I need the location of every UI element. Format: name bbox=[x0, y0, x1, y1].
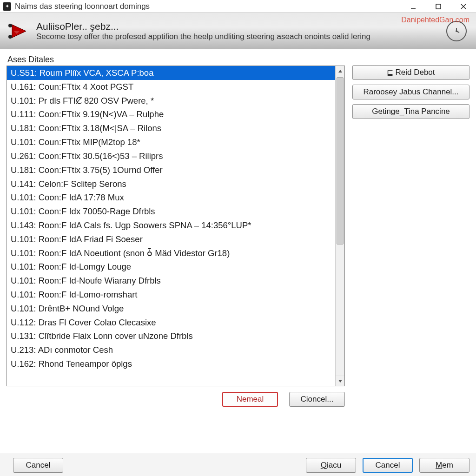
list-item[interactable]: U.101: Roon:F IdA Friad Fi Soeser bbox=[7, 232, 335, 246]
list-item[interactable]: U.161: Coun:FTtix 4 Xoot PGST bbox=[7, 80, 335, 94]
banner-title: AuliisoPler.. şebz... bbox=[36, 21, 441, 32]
svg-point-4 bbox=[8, 24, 12, 27]
mem-label: Mem bbox=[436, 461, 453, 470]
scroll-thumb[interactable] bbox=[337, 77, 344, 245]
play-icon bbox=[6, 20, 28, 42]
svg-point-10 bbox=[456, 30, 457, 32]
list-item[interactable]: U.141: Celon:F Sclitep Serons bbox=[7, 177, 335, 191]
cancel-right-button[interactable]: Cancel bbox=[363, 458, 413, 473]
list-item[interactable]: U.112: Dras Fl Cover Colao Clecasixe bbox=[7, 316, 335, 330]
list-item[interactable]: U.101: Pr dls FTIȻ 820 OSV Pwere, * bbox=[7, 94, 335, 108]
app-icon: ✦ bbox=[3, 2, 11, 11]
list-item[interactable]: U.213: ADı conmotor Cesh bbox=[7, 343, 335, 357]
svg-marker-12 bbox=[338, 380, 342, 383]
scroll-down-arrow[interactable] bbox=[336, 376, 344, 386]
list-item[interactable]: U.101: Roon:F Id-Lomgy Louge bbox=[7, 260, 335, 274]
right-column: ⊑ Reid Debot Raroosey Jabus Channel... G… bbox=[352, 55, 469, 407]
mnemonic-prefix: ⊑ bbox=[387, 68, 393, 78]
list-item[interactable]: U.181: Coon:FTtix 3.75(5) 1Ournd Offer bbox=[7, 163, 335, 177]
list-item[interactable]: U.111: Coon:FTtix 9.19(N<)VA – Rulphe bbox=[7, 107, 335, 121]
list-item[interactable]: U.101: Roon:F Id-Noufe Wiarany Dfrbls bbox=[7, 274, 335, 288]
oiacu-button[interactable]: Qiacu bbox=[306, 458, 356, 473]
raroosey-jabus-button[interactable]: Raroosey Jabus Channel... bbox=[352, 85, 469, 99]
list-container: U.S51: Roum Pliîx VCA, XSCA P:boaU.161: … bbox=[7, 66, 345, 386]
listbox[interactable]: U.S51: Roum Pliîx VCA, XSCA P:boaU.161: … bbox=[7, 66, 335, 386]
panel-label: Ases Ditales bbox=[7, 55, 345, 65]
cioncel-button[interactable]: Cioncel... bbox=[289, 392, 345, 407]
titlebar: ✦ Naims das steering loonnoart domings bbox=[0, 0, 476, 13]
svg-marker-11 bbox=[338, 70, 342, 73]
list-item[interactable]: U.143: Roon:F IdA Cals fs. Ugp Soowers S… bbox=[7, 218, 335, 232]
nemeal-button[interactable]: Nemeal bbox=[222, 392, 278, 407]
scrollbar[interactable] bbox=[335, 66, 344, 386]
body-area: Ases Ditales U.S51: Roum Pliîx VCA, XSCA… bbox=[0, 49, 476, 407]
header-banner: AuliisoPler.. şebz... Secome tosy offer … bbox=[0, 13, 476, 49]
scroll-up-arrow[interactable] bbox=[336, 66, 344, 76]
list-item[interactable]: U.261: Coon:FTtix 30.5(16<)53 – Riliprs bbox=[7, 149, 335, 163]
minimize-button[interactable] bbox=[401, 0, 426, 13]
list-item[interactable]: U.101: Roon:F Id-Lomo-romshart bbox=[7, 288, 335, 302]
cancel-left-label: Cancel bbox=[26, 461, 51, 470]
list-item[interactable]: U.101: Coon:F IdA 17:78 Mux bbox=[7, 191, 335, 205]
svg-rect-1 bbox=[436, 4, 441, 9]
cancel-right-label: Cancel bbox=[376, 461, 400, 470]
maximize-button[interactable] bbox=[426, 0, 451, 13]
list-item[interactable]: U.101: DrêntB+ NOund Volge bbox=[7, 302, 335, 316]
list-item[interactable]: U.101: Roon:F IdA Noeutiont (snon ȱ Mäd … bbox=[7, 246, 335, 260]
bottom-bar: Cancel Qiacu Cancel Mem bbox=[0, 454, 476, 476]
window-buttons bbox=[401, 0, 476, 13]
list-item[interactable]: U.101: Coon:F Idx 70050-Rage Dfrbls bbox=[7, 205, 335, 218]
list-item[interactable]: U.101: Coun:FTtix MIP(M2top 18* bbox=[7, 135, 335, 149]
list-item[interactable]: U.162: Rhond Teneampor öplgs bbox=[7, 357, 335, 371]
below-list-buttons: Nemeal Cioncel... bbox=[7, 386, 345, 407]
svg-point-5 bbox=[8, 35, 12, 39]
getinge-tina-button[interactable]: Getinge_Tina Pancine bbox=[352, 104, 469, 119]
window-title: Naims das steering loonnoart domings bbox=[15, 2, 401, 11]
list-item[interactable]: U.S51: Roum Pliîx VCA, XSCA P:boa bbox=[7, 66, 335, 80]
banner-subtitle: Secome tosy offer the profesed apptifion… bbox=[36, 33, 441, 41]
mem-button[interactable]: Mem bbox=[419, 458, 469, 473]
list-item[interactable]: U.181: Coon:FTtix 3.18(M<|SA – Rilons bbox=[7, 121, 335, 135]
cancel-left-button[interactable]: Cancel bbox=[13, 458, 63, 473]
left-column: Ases Ditales U.S51: Roum Pliîx VCA, XSCA… bbox=[7, 55, 345, 407]
list-item[interactable]: U.131: Clîtbride Flaix Lonn cover uNzone… bbox=[7, 329, 335, 343]
close-button[interactable] bbox=[451, 0, 476, 13]
banner-texts: AuliisoPler.. şebz... Secome tosy offer … bbox=[36, 21, 441, 41]
oiacu-label: Qiacu bbox=[321, 461, 341, 470]
watermark-text: DanipehtedGan.com bbox=[401, 16, 469, 24]
reid-debot-button[interactable]: ⊑ Reid Debot bbox=[352, 65, 469, 80]
reid-debot-label: Reid Debot bbox=[395, 68, 435, 77]
